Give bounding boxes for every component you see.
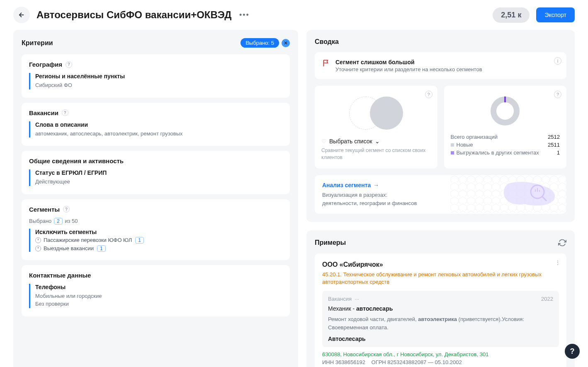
example-company-card[interactable]: ⋮ ООО «Сибирячок» 45.20.1. Техническое о… bbox=[315, 254, 566, 367]
criterion-value: автомеханик, автослесарь, автоэлектрик, … bbox=[35, 130, 282, 138]
stats-card: ? Всего организаций 2512 Новые 2511 Выгр… bbox=[444, 86, 567, 169]
help-icon[interactable]: ? bbox=[62, 109, 68, 116]
donut-chart bbox=[491, 97, 520, 126]
export-button[interactable]: Экспорт bbox=[536, 7, 575, 22]
info-icon[interactable]: ? bbox=[554, 91, 561, 98]
compare-card: ? ♡ Выбрать список ⌄ Сравните текущий се… bbox=[315, 86, 437, 169]
criterion-value: Без проверки bbox=[35, 300, 282, 308]
stat-new-label: Новые bbox=[457, 142, 473, 148]
vacancy-year: 2022 bbox=[541, 296, 553, 302]
criteria-title: Критерии bbox=[22, 39, 53, 47]
card-title-label: География bbox=[29, 61, 62, 68]
stat-new-value: 2511 bbox=[548, 142, 560, 148]
stat-total-label: Всего организаций bbox=[451, 134, 498, 140]
card-title-label: Общие сведения и активность bbox=[29, 157, 124, 164]
back-button[interactable] bbox=[13, 7, 30, 23]
warning-title: Сегмент слишком большой bbox=[335, 59, 482, 65]
criteria-card-general[interactable]: Общие сведения и активность Статус в ЕГР… bbox=[22, 151, 290, 194]
criterion-value: Мобильные или городские bbox=[35, 292, 282, 300]
company-address: 630088, Новосибирская обл., г Новосибирс… bbox=[322, 351, 559, 357]
criteria-card-segments[interactable]: Сегменты ? Выбрано 2 из 50 Исключить сег… bbox=[22, 199, 290, 260]
criterion-value: Сибирский ФО bbox=[35, 81, 282, 89]
examples-panel: Примеры ⋮ ООО «Сибирячок» 45.20.1. Техни… bbox=[306, 230, 575, 367]
stat-total-value: 2512 bbox=[548, 134, 560, 140]
segment-icon bbox=[35, 246, 41, 251]
result-count-badge: 2,51 к bbox=[493, 7, 530, 23]
chevron-down-icon: ⌄ bbox=[375, 138, 380, 145]
criteria-card-vacancies[interactable]: Вакансии ? Слова в описании автомеханик,… bbox=[22, 103, 290, 146]
compare-description: Сравните текущий сегмент со списком свои… bbox=[321, 147, 431, 161]
card-title-label: Сегменты bbox=[29, 206, 60, 213]
summary-title: Сводка bbox=[315, 38, 339, 46]
company-name: ООО «Сибирячок» bbox=[322, 261, 559, 268]
choose-list-button[interactable]: ♡ Выбрать список ⌄ bbox=[321, 138, 431, 145]
venn-diagram bbox=[321, 97, 431, 130]
page-header: Автосервисы СибФО вакансии+ОКВЭД ••• 2,5… bbox=[0, 0, 588, 30]
vacancy-description: Ремонт ходовой части, двигателей, автоэл… bbox=[328, 315, 553, 331]
criteria-card-contacts[interactable]: Контактные данные Телефоны Мобильные или… bbox=[22, 265, 290, 316]
criterion-label: Слова в описании bbox=[35, 121, 282, 128]
selected-count-pill[interactable]: Выбрано: 5 bbox=[241, 38, 279, 48]
segments-selected-info: Выбрано 2 из 50 bbox=[29, 218, 282, 225]
warning-subtitle: Уточните критерии или разделите на неско… bbox=[335, 66, 482, 72]
criterion-label: Регионы и населённые пункты bbox=[35, 73, 282, 80]
help-icon[interactable]: ? bbox=[66, 61, 72, 68]
criteria-card-geography[interactable]: География ? Регионы и населённые пункты … bbox=[22, 54, 290, 98]
heart-icon: ♡ bbox=[321, 138, 327, 145]
analysis-card[interactable]: Анализ сегмента → Визуализация в разреза… bbox=[315, 175, 566, 214]
examples-title: Примеры bbox=[315, 239, 346, 246]
card-title-label: Вакансии bbox=[29, 109, 58, 116]
exclude-segments-label: Исключить сегменты bbox=[35, 229, 282, 235]
flag-icon bbox=[322, 59, 330, 67]
page-title: Автосервисы СибФО вакансии+ОКВЭД bbox=[36, 9, 231, 21]
more-menu-button[interactable]: ••• bbox=[238, 9, 250, 21]
company-okved: 45.20.1. Техническое обслуживание и ремо… bbox=[322, 271, 559, 286]
stat-exported-value: 1 bbox=[557, 150, 560, 156]
criterion-value: Действующее bbox=[35, 178, 282, 186]
criteria-panel: Критерии Выбрано: 5 ✕ География ? Регион… bbox=[13, 30, 298, 367]
info-icon[interactable]: i bbox=[554, 57, 561, 65]
vacancy-box: Вакансия ··· 2022 Механик - автослесарь … bbox=[322, 291, 559, 347]
warning-card: Сегмент слишком большой Уточните критери… bbox=[315, 52, 566, 79]
vacancy-title-2: Автослесарь bbox=[328, 336, 553, 342]
help-fab-button[interactable]: ? bbox=[565, 344, 580, 359]
stat-exported-label: Выгружались в других сегментах bbox=[457, 150, 539, 156]
card-title-label: Контактные данные bbox=[29, 272, 91, 279]
example-more-button[interactable]: ⋮ bbox=[555, 259, 561, 266]
map-decoration bbox=[450, 175, 566, 212]
vacancy-title: Механик - автослесарь bbox=[328, 305, 553, 312]
segment-icon bbox=[35, 237, 41, 243]
criterion-label: Телефоны bbox=[35, 284, 282, 290]
info-icon[interactable]: ? bbox=[425, 91, 432, 98]
refresh-button[interactable] bbox=[558, 239, 566, 247]
help-icon[interactable]: ? bbox=[63, 206, 70, 212]
company-ids: ИНН 3638656192 ОГРН 8253243882087 — 05.1… bbox=[322, 359, 559, 365]
clear-selection-button[interactable]: ✕ bbox=[282, 39, 290, 47]
summary-panel: Сводка Сегмент слишком большой Уточните … bbox=[306, 30, 575, 222]
criterion-label: Статус в ЕГРЮЛ / ЕГРИП bbox=[35, 169, 282, 176]
segment-item[interactable]: Пассажирские перевозки ЮФО ЮЛ 1 bbox=[35, 237, 282, 244]
arrow-right-icon: → bbox=[373, 182, 379, 188]
vacancy-label: Вакансия ··· bbox=[328, 296, 359, 302]
segment-item[interactable]: Выездные вакансии 1 bbox=[35, 245, 282, 252]
